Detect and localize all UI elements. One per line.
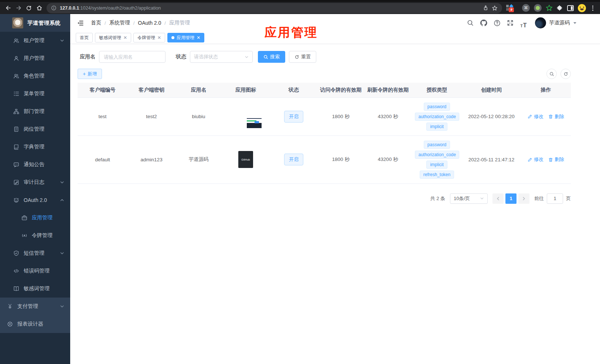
org-tree-icon [13,109,19,114]
address-bar[interactable]: 127.0.0.1:1024/system/oauth2/oauth2/appl… [47,3,502,13]
reset-button[interactable]: 重置 [289,51,316,63]
table-row: default admin123 芋道源码 GitHub 开启 1800 秒 4… [78,135,571,183]
status-badge: 开启 [284,111,303,123]
sidebar-item-audit-log[interactable]: 审计日志 [0,174,70,191]
plus-icon: + [83,71,86,76]
header-actions: TT 芋道源码 [465,17,576,28]
browser-forward-button[interactable] [13,3,24,13]
extensions-grid-icon[interactable]: 9 [506,4,514,12]
browser-toolbar: 127.0.0.1:1024/system/oauth2/oauth2/appl… [0,2,600,14]
edit-button[interactable]: 修改 [528,156,543,163]
col-grant-types: 授权类型 [412,83,462,97]
tab-application[interactable]: 应用管理✕ [167,33,204,42]
browser-refresh-button[interactable] [24,3,34,13]
chevron-down-icon [480,196,484,200]
edit-pencil-icon [528,157,532,162]
sidebar-item-post[interactable]: 岗位管理 [0,120,70,138]
browser-back-button[interactable] [3,3,13,13]
table-row: test test2 biubiu 开启 1800 秒 43200 秒 pass… [78,97,571,135]
browser-home-button[interactable] [34,3,44,13]
app-logo[interactable]: 芋道管理系统 [0,14,70,32]
sidebar-item-tenant[interactable]: 租户管理 [0,32,70,49]
search-toggle-icon[interactable] [546,69,557,79]
grant-type-tag: refresh_token [420,171,454,179]
profile-emoji-icon[interactable] [578,4,586,12]
col-app-name: 应用名 [175,83,222,97]
puzzle-icon[interactable] [557,5,563,11]
tab-home[interactable]: 首页 [76,33,93,42]
share-icon[interactable] [483,5,488,11]
side-panel-icon[interactable] [567,5,574,11]
refresh-table-icon[interactable] [560,69,571,79]
col-status: 状态 [270,83,318,97]
sidebar-item-sms[interactable]: 短信管理 [0,244,70,262]
shield-check-icon [13,250,19,256]
grant-type-tag: password [424,103,450,111]
sidebar-item-oauth2-application[interactable]: 应用管理 [0,209,70,227]
tab-token[interactable]: 令牌管理✕ [133,33,165,42]
app-name-input[interactable] [99,51,166,63]
user-menu[interactable]: 芋道源码 [535,17,576,28]
breadcrumb-home[interactable]: 首页 [91,20,101,26]
tab-sensitive-word[interactable]: 敏感词管理✕ [95,33,131,42]
current-page-button[interactable]: 1 [505,193,517,204]
page-unit-label: 页 [566,195,571,202]
search-button[interactable]: 搜索 [258,51,285,63]
edit-button[interactable]: 修改 [528,113,543,120]
sidebar: 芋道管理系统 租户管理 用户管理 角色管理 菜单管理 部门管理 岗位管理 [0,14,70,364]
trash-icon [548,157,553,162]
sidebar-item-oauth2-token[interactable]: 令牌管理 [0,227,70,244]
trash-icon [548,114,553,119]
goto-page-input[interactable] [547,193,563,204]
font-size-icon[interactable]: TT [518,17,529,28]
user-name: 芋道源码 [549,20,570,26]
status-select[interactable]: 请选择状态 [190,51,253,63]
prev-page-button[interactable] [492,193,504,204]
sidebar-item-menu[interactable]: 菜单管理 [0,85,70,103]
total-count: 共 2 条 [430,195,445,202]
delete-button[interactable]: 删除 [548,113,564,120]
search-icon[interactable] [465,17,476,28]
github-icon[interactable] [478,17,489,28]
close-icon[interactable]: ✕ [123,35,127,40]
sidebar-item-user[interactable]: 用户管理 [0,49,70,67]
active-dot [171,36,174,39]
delete-button[interactable]: 删除 [548,156,564,163]
sidebar-item-sensitive-word[interactable]: 敏感词管理 [0,280,70,298]
message-icon [13,162,19,168]
grant-type-tag: password [424,141,450,149]
breadcrumb-oauth2[interactable]: OAuth 2.0 [138,20,161,26]
page-size-select[interactable]: 10条/页 [450,193,488,204]
close-icon[interactable]: ✕ [157,35,161,40]
sidebar-item-pay[interactable]: 支付管理 [0,298,70,315]
col-client-id: 客户端编号 [78,83,127,97]
next-page-button[interactable] [518,193,529,204]
browser-menu-dots-icon[interactable] [590,6,596,11]
breadcrumb: 首页 / 系统管理 / OAuth 2.0 / 应用管理 [91,20,190,26]
command-circle-icon[interactable]: ⌘ [522,4,530,12]
green-dot-circle-icon[interactable] [534,4,542,12]
bookmark-star-icon[interactable] [492,5,498,11]
sidebar-item-role[interactable]: 角色管理 [0,67,70,85]
token-icon [21,233,27,238]
green-star-icon[interactable] [546,4,553,11]
add-button[interactable]: + 新增 [78,69,102,79]
sidebar-item-dept[interactable]: 部门管理 [0,103,70,120]
grant-type-tag: implicit [426,123,447,131]
help-icon[interactable] [491,17,502,28]
sidebar-collapse-icon[interactable] [75,18,85,28]
sidebar-item-error-code[interactable]: 错误码管理 [0,262,70,280]
breadcrumb-current: 应用管理 [169,20,190,26]
sidebar-item-dict[interactable]: 字典管理 [0,138,70,156]
users-icon [13,38,19,44]
user-icon [13,55,19,61]
site-info-icon[interactable] [51,5,57,11]
breadcrumb-system[interactable]: 系统管理 [109,20,130,26]
chevron-down-icon [60,180,64,185]
close-icon[interactable]: ✕ [197,35,200,40]
col-app-icon: 应用图标 [222,83,270,97]
sidebar-item-oauth2[interactable]: OAuth 2.0 [0,191,70,209]
sidebar-item-report-designer[interactable]: 报表设计器 [0,315,70,333]
fullscreen-icon[interactable] [505,17,516,28]
sidebar-item-notice[interactable]: 通知公告 [0,156,70,174]
